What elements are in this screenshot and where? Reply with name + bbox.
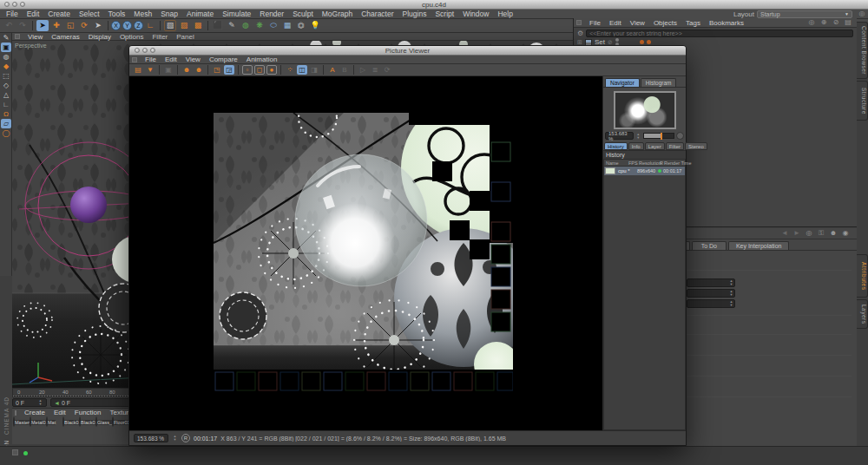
menu-snap[interactable]: Snap — [156, 10, 182, 18]
edges-mode-icon[interactable]: ◇ — [1, 81, 11, 90]
pv-zoom-region-icon[interactable]: ● — [266, 65, 277, 75]
om-search-icon[interactable]: ◎ — [806, 18, 817, 28]
pv-use-as-background-icon[interactable]: ☻ — [194, 65, 204, 75]
menu-create[interactable]: Create — [43, 10, 75, 18]
menu-script[interactable]: Script — [431, 10, 458, 18]
vp-menu-options[interactable]: Options — [115, 33, 148, 41]
pv-tab-layer[interactable]: Layer — [645, 142, 665, 150]
pv-save-icon[interactable]: ▼ — [145, 65, 155, 75]
add-environment-icon[interactable]: ⬭ — [267, 20, 279, 31]
attr-field-3[interactable]: ▲▼ — [687, 299, 735, 308]
snap-settings-icon[interactable]: ◯ — [1, 128, 11, 138]
pv-tab-filter[interactable]: Filter — [666, 142, 684, 150]
menu-window[interactable]: Window — [458, 10, 493, 18]
om-menu-objects[interactable]: Objects — [649, 19, 681, 27]
panel-grip[interactable] — [132, 57, 137, 62]
tag-dot-icon[interactable] — [640, 40, 644, 44]
dock-tab-attributes[interactable]: Attributes — [857, 254, 868, 298]
menu-select[interactable]: Select — [75, 10, 104, 18]
menu-character[interactable]: Character — [357, 10, 398, 18]
rotate-icon[interactable]: ⟳ — [78, 20, 90, 31]
close-window-button[interactable] — [4, 2, 10, 7]
mm-menu-edit[interactable]: Edit — [49, 409, 70, 416]
menu-edit[interactable]: Edit — [23, 10, 44, 18]
pv-single-view-icon[interactable]: ◳ — [212, 65, 222, 75]
material-swatch[interactable]: Glass_N — [95, 417, 112, 426]
attr-field-2[interactable]: ▲▼ — [687, 289, 735, 298]
am-tab-key-interpolation[interactable]: Key Interpolation — [728, 241, 790, 250]
pv-tab-history[interactable]: History — [604, 142, 628, 150]
mm-menu-create[interactable]: Create — [20, 409, 49, 416]
pv-canvas[interactable] — [129, 76, 602, 430]
om-menu-bookmarks[interactable]: Bookmarks — [705, 19, 748, 27]
material-swatch[interactable]: MasterG — [13, 417, 30, 426]
pv-single-view-active-icon[interactable]: ◲ — [224, 65, 234, 75]
om-menu-view[interactable]: View — [626, 19, 649, 27]
redo-icon[interactable]: ↷ — [16, 20, 29, 31]
model-mode-icon[interactable]: ▣ — [1, 43, 11, 52]
undo-icon[interactable]: ↶ — [3, 20, 15, 31]
pv-tab-histogram[interactable]: Histogram — [641, 78, 677, 87]
minimize-window-button[interactable] — [12, 2, 17, 7]
pv-loop-icon[interactable]: ⟳ — [382, 65, 392, 75]
mm-menu-function[interactable]: Function — [70, 409, 106, 416]
pv-menu-edit[interactable]: Edit — [161, 56, 181, 63]
menu-animate[interactable]: Animate — [182, 10, 218, 18]
material-swatch[interactable]: Floor01 — [112, 417, 128, 426]
pv-zoom-value[interactable]: 153.683 % — [605, 132, 634, 140]
pv-minimize-button[interactable] — [142, 48, 148, 53]
pv-version-b-icon[interactable]: B — [339, 65, 350, 75]
search-gear-icon[interactable]: ⚙ — [577, 29, 583, 37]
vp-menu-filter[interactable]: Filter — [148, 33, 172, 41]
polygons-mode-icon[interactable]: △ — [1, 90, 11, 100]
z-axis-lock-icon[interactable]: Z — [134, 21, 143, 30]
vp-menu-panel[interactable]: Panel — [172, 33, 198, 41]
panel-grip[interactable] — [15, 410, 16, 416]
layout-select[interactable]: Startup ▼ — [757, 10, 852, 18]
tag-dot-icon[interactable] — [647, 40, 651, 44]
am-mode-icon[interactable]: ◉ — [840, 229, 851, 239]
pv-zoom-button[interactable] — [150, 48, 155, 53]
am-lock-icon[interactable]: ⚿ — [816, 229, 826, 239]
scale-icon[interactable]: ◱ — [64, 20, 76, 31]
add-deformer-icon[interactable]: ❋ — [253, 20, 266, 31]
pv-tab-info[interactable]: Info — [628, 142, 644, 150]
dock-tab-content-browser[interactable]: Content Browser — [857, 22, 868, 79]
om-target-icon[interactable]: ⊕ — [819, 18, 829, 28]
axis-mode-icon[interactable]: ∟ — [1, 100, 11, 109]
texture-mode-icon[interactable]: ◍ — [1, 52, 11, 62]
pv-zoom-fit-icon[interactable]: ◻ — [254, 65, 265, 75]
workplane-mode-icon[interactable]: ◆ — [1, 62, 11, 71]
om-menu-tags[interactable]: Tags — [681, 19, 705, 27]
add-spline-icon[interactable]: ✎ — [226, 20, 238, 31]
layout-search-icon[interactable]: ◎ — [857, 10, 867, 19]
pv-menu-animation[interactable]: Animation — [242, 56, 282, 63]
pv-play-icon[interactable]: ▷ — [358, 65, 368, 75]
last-tool-icon[interactable]: ➤ — [92, 20, 104, 31]
points-mode-icon[interactable]: ⬚ — [1, 71, 11, 81]
pv-compare-split-icon[interactable]: ◫ — [297, 65, 307, 75]
history-list[interactable]: Name FPS Resolution R Render Time cpu * … — [603, 159, 686, 430]
pv-tab-navigator[interactable]: Navigator — [605, 78, 640, 87]
make-editable-icon[interactable]: ✎ — [1, 33, 11, 43]
menu-mesh[interactable]: Mesh — [129, 10, 156, 18]
pv-close-button[interactable] — [135, 48, 140, 53]
vp-menu-view[interactable]: View — [23, 33, 47, 41]
current-frame-field[interactable]: 0 F ▲▼ — [12, 398, 47, 407]
menu-tools[interactable]: Tools — [104, 10, 130, 18]
am-user-icon[interactable]: ☻ — [828, 229, 838, 239]
menu-file[interactable]: File — [2, 10, 23, 18]
pv-open-icon[interactable]: ▤ — [133, 65, 143, 75]
picture-viewer-window[interactable]: Picture Viewer File Edit View Compare An… — [128, 45, 687, 446]
render-to-pv-icon[interactable]: ▨ — [178, 20, 190, 31]
pv-step-icon[interactable]: ≣ — [370, 65, 380, 75]
menu-plugins[interactable]: Plugins — [398, 10, 431, 18]
panel-grip[interactable] — [576, 20, 582, 25]
am-tab-todo[interactable]: To Do — [692, 241, 727, 250]
material-swatch[interactable]: Mat — [46, 417, 62, 426]
viewport-camera-label[interactable]: Perspective — [15, 43, 47, 49]
pv-zoom-slider[interactable] — [643, 133, 674, 139]
pv-titlebar[interactable]: Picture Viewer — [129, 46, 686, 56]
pv-version-a-icon[interactable]: A — [327, 65, 338, 75]
menu-simulate[interactable]: Simulate — [218, 10, 255, 18]
